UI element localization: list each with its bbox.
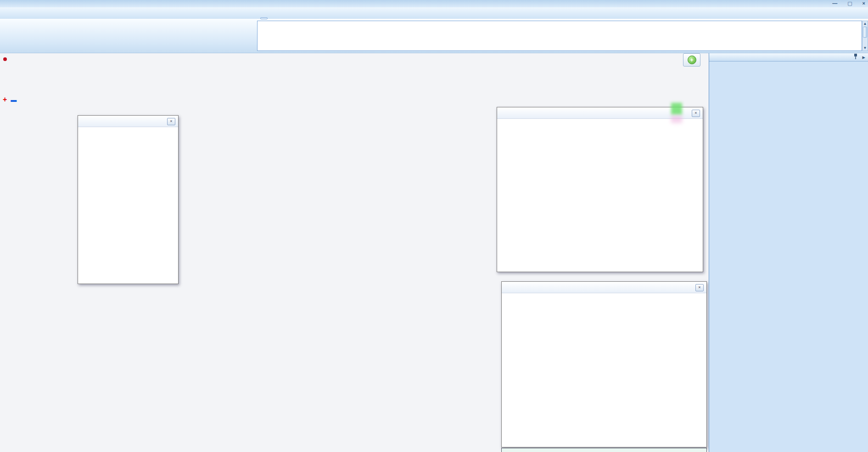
main-menu: [0, 7, 868, 19]
close-icon[interactable]: ×: [167, 118, 175, 125]
maximize-icon[interactable]: ▢: [847, 0, 852, 6]
scale-overflow-pink: [671, 116, 682, 123]
wind-line: [1, 84, 18, 95]
minimize-icon[interactable]: —: [832, 0, 837, 6]
map-status-legend: + ▬: [1, 54, 18, 105]
window-titlebar[interactable]: — ▢ ×: [0, 0, 868, 8]
toolbar: ▲ ▼: [0, 19, 868, 53]
clipped-window-footer: [501, 448, 707, 452]
application-window: + ▬ + × × × — ▢ ×: [0, 0, 868, 452]
sidebar-header: ▸: [709, 53, 868, 61]
rain-accumulation-panel[interactable]: ×: [497, 107, 703, 272]
status-legend-row: [1, 54, 18, 64]
alarm-scrollbar[interactable]: ▲ ▼: [862, 21, 868, 51]
close-icon[interactable]: ×: [692, 110, 700, 117]
alarm-groupbox: [257, 21, 862, 51]
missing-dot-icon: [3, 57, 7, 61]
pin-icon[interactable]: [853, 53, 858, 62]
panel-title: [502, 282, 706, 293]
station-rain-panel[interactable]: ×: [78, 115, 179, 284]
positive-flash-icon: +: [3, 95, 7, 104]
max-wind-panel[interactable]: ×: [501, 281, 707, 447]
scale-overflow-green: [671, 103, 682, 115]
chevron-right-icon[interactable]: ▸: [862, 53, 865, 61]
close-window-icon[interactable]: ×: [862, 0, 865, 6]
plus-icon: +: [688, 56, 696, 64]
time-line: [1, 64, 18, 74]
negative-flash-icon: ▬: [11, 96, 17, 103]
realtime-monitor-sidebar: ▸: [709, 53, 868, 452]
alarm-group-label: [260, 17, 268, 19]
reflectivity-scale: +: [661, 55, 702, 61]
panel-title: [78, 116, 178, 127]
lightning-line: + ▬: [1, 95, 18, 105]
rain-line: [1, 74, 18, 84]
zoom-in-button[interactable]: +: [683, 53, 700, 67]
close-icon[interactable]: ×: [695, 284, 704, 291]
